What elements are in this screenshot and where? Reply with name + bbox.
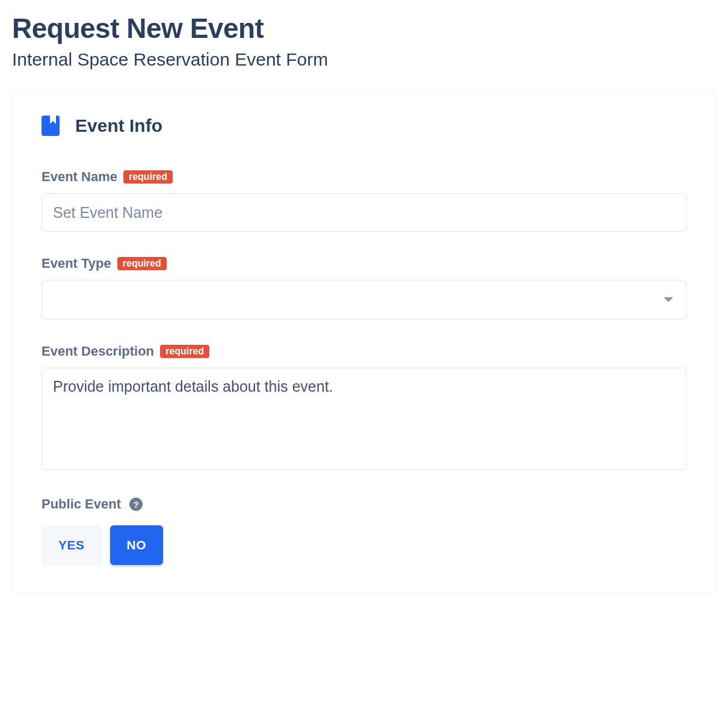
public-event-toggle: YES NO	[42, 525, 686, 565]
event-type-group: Event Type required	[42, 256, 686, 320]
required-badge: required	[160, 345, 209, 358]
event-type-select-wrapper	[42, 280, 686, 320]
required-badge: required	[123, 170, 173, 184]
required-badge: required	[117, 257, 167, 270]
event-type-label-row: Event Type required	[42, 256, 686, 271]
help-icon[interactable]: ?	[129, 498, 143, 511]
event-description-textarea[interactable]	[42, 368, 686, 470]
section-header: Event Info	[42, 116, 686, 136]
event-form-card: Event Info Event Name required Event Typ…	[12, 91, 716, 593]
bookmark-icon	[42, 116, 60, 136]
event-type-label: Event Type	[42, 256, 111, 271]
event-name-input[interactable]	[42, 193, 686, 232]
public-event-label-row: Public Event ?	[42, 496, 686, 512]
public-event-yes-button[interactable]: YES	[42, 525, 102, 565]
section-title: Event Info	[75, 116, 162, 136]
page-title: Request New Event	[12, 12, 716, 45]
event-type-select[interactable]	[42, 280, 686, 320]
public-event-group: Public Event ? YES NO	[42, 496, 686, 565]
event-name-label-row: Event Name required	[42, 169, 686, 185]
event-description-label-row: Event Description required	[42, 344, 686, 359]
public-event-label: Public Event	[42, 496, 121, 512]
event-name-group: Event Name required	[42, 169, 686, 232]
event-description-label: Event Description	[42, 344, 154, 359]
page-subtitle: Internal Space Reservation Event Form	[12, 49, 716, 70]
event-description-group: Event Description required	[42, 344, 686, 472]
event-name-label: Event Name	[42, 169, 117, 185]
public-event-no-button[interactable]: NO	[110, 525, 164, 565]
